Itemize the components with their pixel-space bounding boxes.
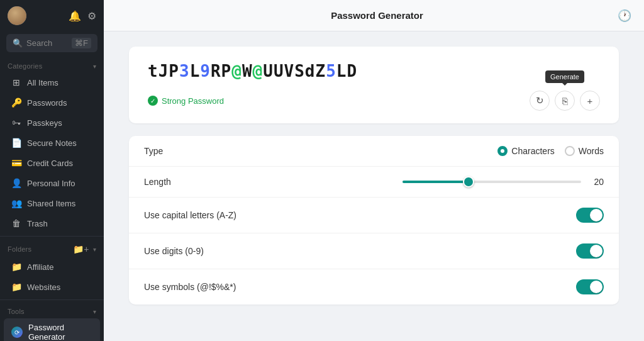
length-slider-container: 20 xyxy=(402,177,604,187)
sidebar-item-passkeys[interactable]: 🗝 Passkeys xyxy=(4,113,100,132)
folder-icon: 📁 xyxy=(11,282,21,292)
sidebar-item-label: Websites xyxy=(27,282,60,292)
search-shortcut: ⌘F xyxy=(72,38,91,48)
tools-chevron-icon: ▾ xyxy=(93,308,96,315)
avatar[interactable] xyxy=(8,6,26,25)
sidebar-item-websites[interactable]: 📁 Websites xyxy=(4,277,100,296)
sidebar-item-credit-cards[interactable]: 💳 Credit Cards xyxy=(4,154,100,172)
notification-icon[interactable]: 🔔 xyxy=(69,10,81,22)
folders-chevron-icon: ▾ xyxy=(93,246,96,253)
card-icon: 💳 xyxy=(11,158,21,168)
main-content: Password Generator 🕐 tJP3L9RP@W@UUVSdZ5L… xyxy=(104,0,644,341)
folder-icon: 📁 xyxy=(11,262,21,272)
search-label: Search xyxy=(26,38,52,48)
main-header: Password Generator 🕐 xyxy=(104,0,644,31)
symbols-control xyxy=(576,279,604,294)
page-title: Password Generator xyxy=(136,10,618,21)
sidebar-item-passwords[interactable]: 🔑 Passwords xyxy=(4,93,100,112)
sidebar-item-label: Credit Cards xyxy=(27,159,73,168)
capitals-control xyxy=(576,208,604,223)
categories-chevron-icon: ▾ xyxy=(93,63,96,70)
action-buttons: Generate ↻ ⎘ + xyxy=(530,91,600,111)
key-icon: 🔑 xyxy=(11,98,21,108)
password-actions: ✓ Strong Password Generate ↻ ⎘ + xyxy=(148,91,600,111)
length-slider-thumb[interactable] xyxy=(463,176,474,187)
capitals-setting-row: Use capital letters (A-Z) xyxy=(129,198,619,233)
grid-icon: ⊞ xyxy=(11,77,21,87)
type-setting-row: Type Characters Words xyxy=(129,136,619,167)
settings-section: Type Characters Words Length xyxy=(129,136,619,305)
type-label: Type xyxy=(144,146,497,156)
digits-control xyxy=(576,243,604,259)
symbols-toggle[interactable] xyxy=(576,279,604,294)
strength-label: Strong Password xyxy=(162,96,224,106)
share-icon: 👥 xyxy=(11,198,21,208)
length-label: Length xyxy=(144,177,402,187)
words-radio[interactable] xyxy=(565,146,575,156)
strength-check-icon: ✓ xyxy=(148,96,158,106)
note-icon: 📄 xyxy=(11,138,21,148)
length-slider-fill xyxy=(402,181,469,183)
type-characters-option[interactable]: Characters xyxy=(497,146,554,156)
history-icon[interactable]: 🕐 xyxy=(618,9,631,23)
generator-icon: ⟳ xyxy=(11,327,23,338)
sidebar-item-label: Affiliate xyxy=(27,262,53,272)
folders-section-label: Folders 📁+ ▾ xyxy=(0,239,104,257)
sidebar-item-label: Password Generator xyxy=(28,323,92,341)
words-label: Words xyxy=(579,146,604,156)
sidebar-item-label: Trash xyxy=(27,219,48,228)
digits-toggle[interactable] xyxy=(576,243,604,259)
type-control: Characters Words xyxy=(497,146,604,156)
digits-setting-row: Use digits (0-9) xyxy=(129,233,619,269)
add-folder-icon[interactable]: 📁+ xyxy=(73,244,89,254)
tools-section-label: Tools ▾ xyxy=(0,303,104,318)
sidebar-item-trash[interactable]: 🗑 Trash xyxy=(4,214,100,233)
person-icon: 👤 xyxy=(11,178,21,188)
sidebar: 🔔 ⚙ 🔍 Search ⌘F Categories ▾ ⊞ All Items… xyxy=(0,0,104,341)
sidebar-item-personal-info[interactable]: 👤 Personal Info xyxy=(4,174,100,193)
main-body: tJP3L9RP@W@UUVSdZ5LD ✓ Strong Password G… xyxy=(104,31,644,341)
characters-label: Characters xyxy=(511,146,554,156)
password-display-card: tJP3L9RP@W@UUVSdZ5LD ✓ Strong Password G… xyxy=(129,47,619,123)
generated-password: tJP3L9RP@W@UUVSdZ5LD xyxy=(148,62,600,81)
generate-tooltip: Generate xyxy=(545,70,584,83)
sidebar-item-label: All Items xyxy=(27,78,58,87)
trash-icon: 🗑 xyxy=(11,218,21,228)
regenerate-button[interactable]: ↻ xyxy=(530,91,550,111)
sidebar-item-label: Personal Info xyxy=(27,179,75,188)
sidebar-item-label: Secure Notes xyxy=(27,138,77,148)
add-button[interactable]: + xyxy=(580,91,600,111)
sidebar-item-secure-notes[interactable]: 📄 Secure Notes xyxy=(4,133,100,152)
length-setting-row: Length 20 xyxy=(129,167,619,198)
symbols-setting-row: Use symbols (@!$%&*) xyxy=(129,269,619,305)
sidebar-header: 🔔 ⚙ xyxy=(0,0,104,31)
sidebar-item-all-items[interactable]: ⊞ All Items xyxy=(4,73,100,92)
sidebar-item-label: Passkeys xyxy=(27,118,62,128)
capitals-toggle[interactable] xyxy=(576,208,604,223)
categories-section-label: Categories ▾ xyxy=(0,57,104,72)
characters-radio[interactable] xyxy=(497,146,508,156)
sidebar-item-affiliate[interactable]: 📁 Affiliate xyxy=(4,257,100,276)
copy-button[interactable]: ⎘ xyxy=(555,91,575,111)
search-icon: 🔍 xyxy=(13,38,23,48)
sidebar-item-label: Shared Items xyxy=(27,199,75,208)
search-bar[interactable]: 🔍 Search ⌘F xyxy=(6,34,97,52)
settings-icon[interactable]: ⚙ xyxy=(87,10,96,22)
sidebar-item-shared-items[interactable]: 👥 Shared Items xyxy=(4,194,100,213)
strength-badge: ✓ Strong Password xyxy=(148,96,224,106)
digits-label: Use digits (0-9) xyxy=(144,246,576,256)
header-icons: 🔔 ⚙ xyxy=(69,10,96,22)
capitals-label: Use capital letters (A-Z) xyxy=(144,210,576,220)
sidebar-item-label: Passwords xyxy=(27,98,67,108)
passkey-icon: 🗝 xyxy=(11,118,21,128)
length-slider-track[interactable] xyxy=(402,181,581,183)
type-words-option[interactable]: Words xyxy=(565,146,604,156)
symbols-label: Use symbols (@!$%&*) xyxy=(144,282,576,292)
length-value: 20 xyxy=(589,177,604,187)
sidebar-item-password-generator[interactable]: ⟳ Password Generator xyxy=(4,318,100,341)
